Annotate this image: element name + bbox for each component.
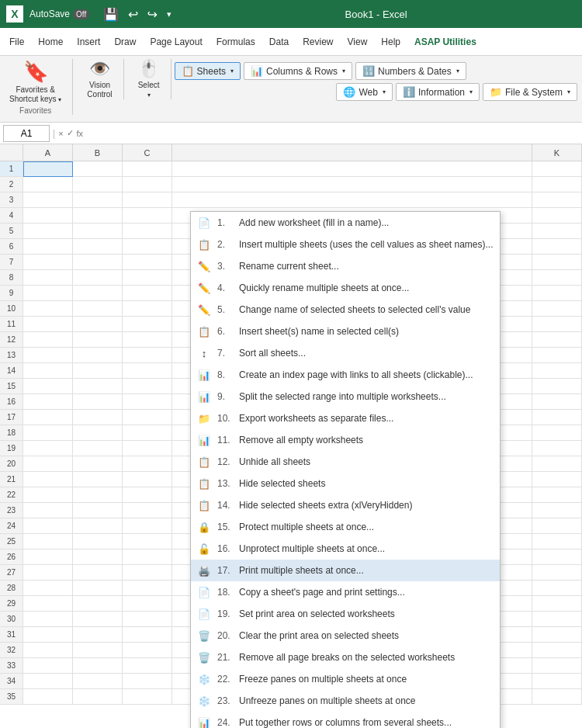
row-num-32[interactable]: 32 (0, 643, 23, 658)
columns-rows-dropdown[interactable]: 📊 Columns & Rows ▾ (244, 62, 352, 80)
cell-c21[interactable] (123, 472, 172, 487)
cell-b20[interactable] (73, 456, 123, 472)
row-num-18[interactable]: 18 (0, 425, 23, 441)
cell-c29[interactable] (123, 596, 172, 612)
menu-file[interactable]: File (3, 33, 30, 50)
cell-c27[interactable] (123, 565, 172, 581)
cell-a32[interactable] (23, 643, 73, 658)
row-num-12[interactable]: 12 (0, 332, 23, 348)
cell-k5[interactable] (532, 224, 582, 239)
cell-a29[interactable] (23, 596, 73, 612)
cell-k35[interactable] (532, 689, 582, 705)
menu-item-3[interactable]: ✏️ 3. Rename current sheet... (191, 255, 500, 277)
cell-c24[interactable] (123, 518, 172, 534)
row-num-10[interactable]: 10 (0, 301, 23, 317)
cell-a23[interactable] (23, 503, 73, 518)
cell-c32[interactable] (123, 643, 172, 658)
cell-k24[interactable] (532, 518, 582, 534)
row-num-35[interactable]: 35 (0, 689, 23, 705)
function-wizard-icon[interactable]: × (58, 129, 63, 138)
cell-c7[interactable] (123, 255, 172, 270)
cell-a24[interactable] (23, 518, 73, 534)
cell-b14[interactable] (73, 363, 123, 379)
cell-b27[interactable] (73, 565, 123, 581)
cell-a33[interactable] (23, 658, 73, 674)
menu-data[interactable]: Data (263, 33, 295, 50)
menu-item-19[interactable]: 📄 19. Set print area on selected workshe… (191, 603, 500, 625)
cell-b16[interactable] (73, 394, 123, 410)
row-num-25[interactable]: 25 (0, 534, 23, 549)
cell-b29[interactable] (73, 596, 123, 612)
cell-b1[interactable] (73, 161, 123, 177)
cell-a14[interactable] (23, 363, 73, 379)
insert-function-icon[interactable]: fx (77, 129, 84, 138)
menu-item-15[interactable]: 🔒 15. Protect multiple sheets at once... (191, 516, 500, 538)
row-num-26[interactable]: 26 (0, 549, 23, 565)
ribbon-btn-select[interactable]: 🖱️ Select▾ (133, 59, 165, 99)
cell-c33[interactable] (123, 658, 172, 674)
file-system-dropdown[interactable]: 📁 File & System ▾ (483, 83, 577, 101)
cell-a8[interactable] (23, 270, 73, 286)
cell-b5[interactable] (73, 224, 123, 239)
menu-item-11[interactable]: 📊 11. Remove all empty worksheets (191, 429, 500, 451)
cell-c9[interactable] (123, 286, 172, 301)
row-num-30[interactable]: 30 (0, 612, 23, 627)
cell-c16[interactable] (123, 394, 172, 410)
row-num-5[interactable]: 5 (0, 224, 23, 239)
menu-item-10[interactable]: 📁 10. Export worksheets as separate file… (191, 407, 500, 429)
cell-a19[interactable] (23, 441, 73, 456)
cell-k16[interactable] (532, 394, 582, 410)
cell-c15[interactable] (123, 379, 172, 394)
row-num-33[interactable]: 33 (0, 658, 23, 674)
menu-formulas[interactable]: Formulas (210, 33, 262, 50)
cell-b17[interactable] (73, 410, 123, 425)
menu-item-1[interactable]: 📄 1. Add new worksheet (fill in a name).… (191, 212, 500, 234)
numbers-dates-dropdown[interactable]: 🔢 Numbers & Dates ▾ (355, 62, 466, 80)
cell-c10[interactable] (123, 301, 172, 317)
cell-b34[interactable] (73, 674, 123, 689)
menu-asap[interactable]: ASAP Utilities (408, 33, 483, 50)
menu-item-21[interactable]: 🗑️ 21. Remove all page breaks on the sel… (191, 647, 500, 668)
row-num-29[interactable]: 29 (0, 596, 23, 612)
cell-b30[interactable] (73, 612, 123, 627)
cell-a2[interactable] (23, 177, 73, 192)
cell-c5[interactable] (123, 224, 172, 239)
sheets-dropdown-menu[interactable]: 📄 1. Add new worksheet (fill in a name).… (190, 211, 501, 728)
cell-a31[interactable] (23, 627, 73, 643)
cell-k13[interactable] (532, 348, 582, 363)
cell-k6[interactable] (532, 239, 582, 255)
cell-c19[interactable] (123, 441, 172, 456)
cell-k8[interactable] (532, 270, 582, 286)
undo-icon[interactable]: ↩ (128, 7, 138, 22)
autosave-toggle[interactable]: Off (73, 9, 89, 19)
save-icon[interactable]: 💾 (103, 7, 119, 22)
cell-a35[interactable] (23, 689, 73, 705)
cell-c22[interactable] (123, 487, 172, 503)
cell-a34[interactable] (23, 674, 73, 689)
cell-k10[interactable] (532, 301, 582, 317)
cell-k4[interactable] (532, 208, 582, 224)
cell-k18[interactable] (532, 425, 582, 441)
menu-item-17[interactable]: 🖨️ 17. Print multiple sheets at once... (191, 560, 500, 581)
row-num-3[interactable]: 3 (0, 192, 23, 208)
autosave-control[interactable]: AutoSave Off (29, 9, 89, 19)
cell-b3[interactable] (73, 192, 123, 208)
cell-b10[interactable] (73, 301, 123, 317)
cell-c13[interactable] (123, 348, 172, 363)
cell-k33[interactable] (532, 658, 582, 674)
cell-k19[interactable] (532, 441, 582, 456)
cell-a27[interactable] (23, 565, 73, 581)
cell-b11[interactable] (73, 317, 123, 332)
cell-c11[interactable] (123, 317, 172, 332)
menu-item-18[interactable]: 📄 18. Copy a sheet's page and print sett… (191, 581, 500, 603)
menu-page-layout[interactable]: Page Layout (144, 33, 208, 50)
cell-b23[interactable] (73, 503, 123, 518)
cell-b2[interactable] (73, 177, 123, 192)
row-num-20[interactable]: 20 (0, 456, 23, 472)
cell-reference[interactable] (3, 125, 50, 142)
cell-a5[interactable] (23, 224, 73, 239)
cell-a17[interactable] (23, 410, 73, 425)
cell-b4[interactable] (73, 208, 123, 224)
cell-c14[interactable] (123, 363, 172, 379)
menu-insert[interactable]: Insert (71, 33, 106, 50)
